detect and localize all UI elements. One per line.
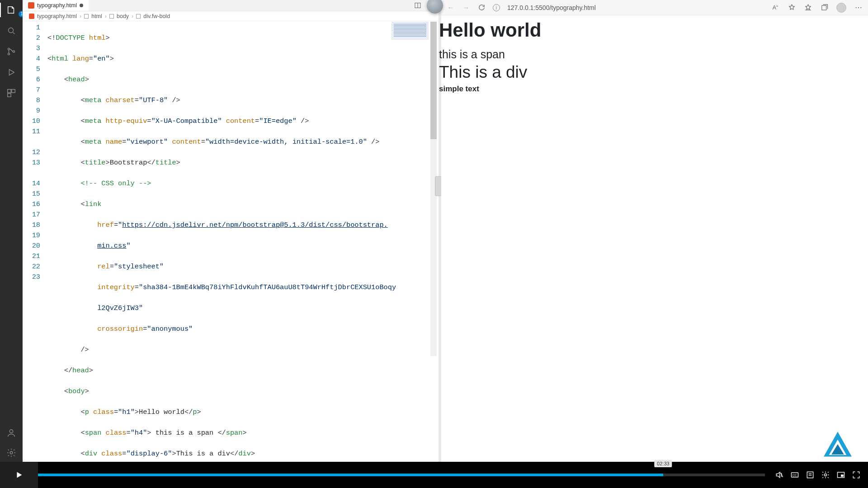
page-fwbold-text: simple text [439,84,868,94]
line-gutter: 1234567891011121314151617181920212223 [23,21,47,488]
transcript-icon[interactable] [806,470,815,479]
rendered-page: Hello world this is a span This is a div… [439,15,868,94]
code-text[interactable]: <!DOCTYPE html> <html lang="en"> <head> … [47,21,396,488]
editor-pane: typography.html ⋯ typography.html › html… [23,0,439,488]
svg-rect-6 [8,94,11,97]
chevron-right-icon: › [80,13,81,19]
svg-text:CC: CC [793,474,797,477]
crumb-div[interactable]: div.fw-bold [143,13,170,19]
pip-icon[interactable] [836,470,845,479]
player-controls-right: CC [765,470,868,479]
code-area[interactable]: 1234567891011121314151617181920212223 <!… [23,21,439,488]
crumb-body[interactable]: body [117,13,129,19]
extensions-icon[interactable] [6,88,17,99]
address-bar[interactable]: 127.0.0.1:5500/typography.html [507,4,596,11]
progress-fill [38,474,663,476]
time-tooltip: 02:33 [654,460,672,467]
chevron-right-icon: › [105,13,107,19]
progress-bar[interactable]: 02:33 [38,462,765,488]
editor-tabbar: typography.html ⋯ [23,0,439,11]
page-h1-text: Hello world [439,19,868,42]
breadcrumbs[interactable]: typography.html › html › body › div.fw-b… [23,11,439,21]
brand-logo-icon [822,430,854,458]
site-info-icon[interactable]: i [493,4,500,11]
browser-menu-icon[interactable]: ⋯ [854,4,863,12]
minimap[interactable] [392,22,429,40]
source-control-icon[interactable] [6,46,17,57]
reload-icon[interactable] [477,4,486,12]
crumb-file[interactable]: typography.html [37,13,77,19]
svg-point-0 [9,28,14,33]
tab-typography[interactable]: typography.html [23,0,89,11]
back-icon[interactable]: ← [447,4,455,12]
settings-gear-icon[interactable] [6,447,17,458]
svg-point-3 [13,51,14,52]
explorer-icon[interactable]: 1 [6,5,17,15]
run-debug-icon[interactable] [6,67,17,78]
chevron-right-icon: › [132,13,133,19]
tab-modified-dot-icon [80,4,83,7]
account-icon[interactable] [6,427,17,438]
activity-bar-bottom [0,418,23,462]
crumb-html[interactable]: html [91,13,102,19]
play-button[interactable] [0,462,38,488]
profile-avatar[interactable] [836,3,846,13]
activity-bar: 1 [0,0,23,488]
add-favorite-icon[interactable] [788,4,796,12]
captions-icon[interactable]: CC [790,470,799,479]
svg-point-8 [10,451,13,454]
svg-rect-20 [841,474,844,477]
browser-pane: ← → i 127.0.0.1:5500/typography.html A» … [441,0,868,462]
svg-point-7 [9,430,13,433]
element-icon [84,14,89,19]
fullscreen-icon[interactable] [852,470,861,479]
read-aloud-icon[interactable]: A» [771,4,779,12]
scrollbar-thumb[interactable] [430,22,437,139]
collections-icon[interactable] [820,4,828,12]
svg-point-18 [825,474,827,476]
svg-rect-17 [807,472,813,478]
browser-toolbar: ← → i 127.0.0.1:5500/typography.html A» … [441,0,868,15]
svg-rect-4 [8,89,11,93]
page-h4-text: this is a span [439,48,868,61]
search-icon[interactable] [6,25,17,36]
split-editor-icon[interactable] [414,2,421,9]
svg-rect-5 [12,89,15,93]
favorites-icon[interactable] [804,4,812,12]
html5-icon [29,14,34,19]
element-icon [136,14,141,19]
settings-icon[interactable] [821,470,830,479]
svg-point-2 [8,53,9,55]
tab-filename: typography.html [37,2,77,9]
forward-icon[interactable]: → [462,4,470,12]
video-player-bar: 02:33 CC [0,462,868,488]
page-display6-text: This is a div [439,63,868,82]
element-icon [109,14,114,19]
svg-point-1 [8,48,9,50]
svg-rect-10 [821,5,826,10]
volume-icon[interactable] [775,470,784,479]
html5-icon [28,2,34,9]
